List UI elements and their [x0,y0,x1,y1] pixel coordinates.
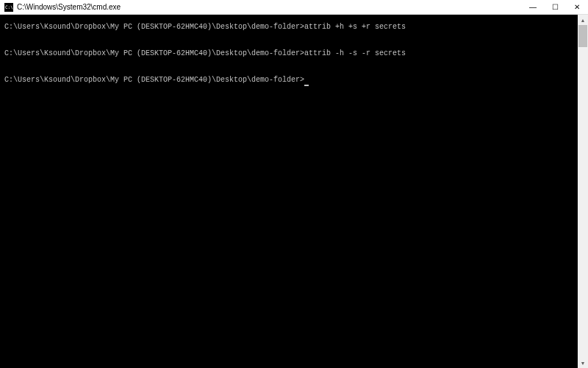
command-text: attrib +h +s +r secrets [304,23,406,31]
scroll-down-button[interactable]: ▼ [578,358,588,368]
close-button[interactable]: ✕ [566,0,588,14]
window-controls: — ☐ ✕ [522,0,588,14]
title-bar[interactable]: C:\Windows\System32\cmd.exe — ☐ ✕ [0,0,588,15]
command-text: attrib -h -s -r secrets [304,49,406,57]
prompt: C:\Users\Ksound\Dropbox\My PC (DESKTOP-6… [4,49,304,57]
title-left: C:\Windows\System32\cmd.exe [4,3,121,12]
maximize-icon: ☐ [552,4,559,11]
scroll-track[interactable] [578,25,588,358]
close-icon: ✕ [574,4,580,11]
scrollbar[interactable]: ▲ ▼ [578,15,588,368]
chevron-down-icon: ▼ [581,361,586,366]
chevron-up-icon: ▲ [581,18,586,23]
terminal-area[interactable]: C:\Users\Ksound\Dropbox\My PC (DESKTOP-6… [0,15,588,368]
cursor [304,85,309,86]
minimize-icon: — [529,4,537,11]
terminal-line: C:\Users\Ksound\Dropbox\My PC (DESKTOP-6… [4,47,584,60]
prompt: C:\Users\Ksound\Dropbox\My PC (DESKTOP-6… [4,76,304,84]
terminal-line: C:\Users\Ksound\Dropbox\My PC (DESKTOP-6… [4,74,584,87]
prompt: C:\Users\Ksound\Dropbox\My PC (DESKTOP-6… [4,23,304,31]
cmd-window: C:\Windows\System32\cmd.exe — ☐ ✕ C:\Use… [0,0,588,368]
cmd-icon [4,3,13,12]
window-title: C:\Windows\System32\cmd.exe [17,3,121,11]
terminal-line: C:\Users\Ksound\Dropbox\My PC (DESKTOP-6… [4,21,584,34]
terminal-content: C:\Users\Ksound\Dropbox\My PC (DESKTOP-6… [0,15,588,93]
minimize-button[interactable]: — [522,0,544,14]
scroll-up-button[interactable]: ▲ [578,15,588,25]
maximize-button[interactable]: ☐ [544,0,566,14]
scroll-thumb[interactable] [578,25,587,47]
